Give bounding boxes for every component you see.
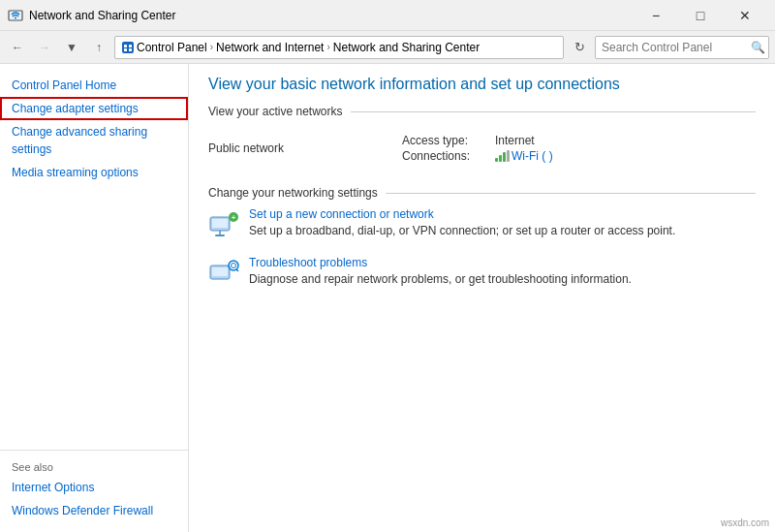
access-type-value: Internet xyxy=(495,134,535,147)
wifi-bar-3 xyxy=(503,152,506,162)
svg-rect-8 xyxy=(212,219,228,228)
minimize-button[interactable]: − xyxy=(634,0,678,31)
search-input[interactable] xyxy=(602,41,747,54)
wifi-bar-1 xyxy=(495,158,498,162)
access-type-label: Access type: xyxy=(402,134,489,147)
forward-button[interactable]: → xyxy=(33,36,56,59)
setup-connection-icon: + xyxy=(208,209,239,240)
troubleshoot-text: Troubleshoot problems Diagnose and repai… xyxy=(249,256,632,286)
connections-row: Connections: Wi-Fi ( ) xyxy=(402,149,553,163)
svg-text:+: + xyxy=(232,213,236,222)
address-bar: ← → ▼ ↑ Control Panel › Network and Inte… xyxy=(0,31,775,64)
refresh-button[interactable]: ↻ xyxy=(568,36,591,59)
window-title: Network and Sharing Center xyxy=(29,9,634,22)
network-name: Public network xyxy=(208,141,402,155)
path-networkinternet[interactable]: Network and Internet xyxy=(216,41,324,54)
main-area: Control Panel Home Change adapter settin… xyxy=(0,64,775,532)
wifi-link[interactable]: Wi-Fi ( ) xyxy=(512,149,553,163)
svg-rect-10 xyxy=(215,235,225,236)
svg-point-15 xyxy=(229,261,238,270)
svg-point-17 xyxy=(232,264,236,268)
troubleshoot-icon xyxy=(208,258,239,289)
setup-connection-text: Set up a new connection or network Set u… xyxy=(249,207,675,237)
sidebar: Control Panel Home Change adapter settin… xyxy=(0,64,189,532)
title-bar: Network and Sharing Center − □ ✕ xyxy=(0,0,775,31)
sidebar-link-controlpanel-home[interactable]: Control Panel Home xyxy=(0,74,188,97)
svg-rect-14 xyxy=(212,267,228,276)
svg-rect-2 xyxy=(122,42,134,53)
address-path[interactable]: Control Panel › Network and Internet › N… xyxy=(114,36,564,59)
path-arrow-1: › xyxy=(210,42,213,52)
search-box[interactable]: 🔍 xyxy=(595,36,769,59)
sidebar-link-media-streaming[interactable]: Media streaming options xyxy=(0,161,188,184)
wifi-connection: Wi-Fi ( ) xyxy=(495,149,553,163)
path-current: Network and Sharing Center xyxy=(333,41,480,54)
network-details: Access type: Internet Connections: xyxy=(402,134,553,163)
path-arrow-2: › xyxy=(326,42,329,52)
wifi-bars-icon xyxy=(495,150,510,162)
sidebar-link-advanced-sharing[interactable]: Change advanced sharing settings xyxy=(0,120,188,161)
setup-connection-link[interactable]: Set up a new connection or network xyxy=(249,207,675,221)
svg-line-16 xyxy=(236,269,238,271)
svg-rect-5 xyxy=(124,48,127,51)
close-button[interactable]: ✕ xyxy=(723,0,767,31)
search-icon: 🔍 xyxy=(751,41,765,54)
content-pane: View your basic network information and … xyxy=(189,64,775,532)
network-info-box: Public network Access type: Internet Con… xyxy=(208,126,756,171)
sidebar-link-change-adapter[interactable]: Change adapter settings xyxy=(0,97,188,120)
back-button[interactable]: ← xyxy=(6,36,29,59)
controlpanel-icon xyxy=(121,41,135,54)
window-controls: − □ ✕ xyxy=(634,0,767,31)
svg-rect-4 xyxy=(129,45,132,47)
setup-connection-desc: Set up a broadband, dial-up, or VPN conn… xyxy=(249,224,675,237)
svg-point-1 xyxy=(15,16,16,18)
maximize-button[interactable]: □ xyxy=(678,0,723,31)
page-title: View your basic network information and … xyxy=(208,76,756,93)
change-settings-section: + Set up a new connection or network Set… xyxy=(208,207,756,289)
see-also-label: See also xyxy=(0,458,188,476)
sidebar-divider xyxy=(0,450,188,451)
up-button[interactable]: ↑ xyxy=(87,36,110,59)
connections-label: Connections: xyxy=(402,149,489,163)
setup-connection-item: + Set up a new connection or network Set… xyxy=(208,207,756,240)
path-controlpanel[interactable]: Control Panel xyxy=(137,41,207,54)
troubleshoot-link[interactable]: Troubleshoot problems xyxy=(249,256,632,269)
svg-rect-6 xyxy=(129,48,132,51)
access-type-row: Access type: Internet xyxy=(402,134,553,147)
wifi-bar-2 xyxy=(499,155,502,162)
troubleshoot-item: Troubleshoot problems Diagnose and repai… xyxy=(208,256,756,289)
dropdown-button[interactable]: ▼ xyxy=(60,36,83,59)
sidebar-link-internet-options[interactable]: Internet Options xyxy=(0,476,188,499)
change-settings-header: Change your networking settings xyxy=(208,186,756,200)
active-networks-header: View your active networks xyxy=(208,105,756,118)
watermark: wsxdn.com xyxy=(721,517,769,528)
svg-rect-3 xyxy=(124,45,127,47)
window-icon xyxy=(8,8,23,23)
sidebar-link-firewall[interactable]: Windows Defender Firewall xyxy=(0,499,188,522)
troubleshoot-desc: Diagnose and repair network problems, or… xyxy=(249,272,632,286)
wifi-bar-4 xyxy=(507,150,510,162)
